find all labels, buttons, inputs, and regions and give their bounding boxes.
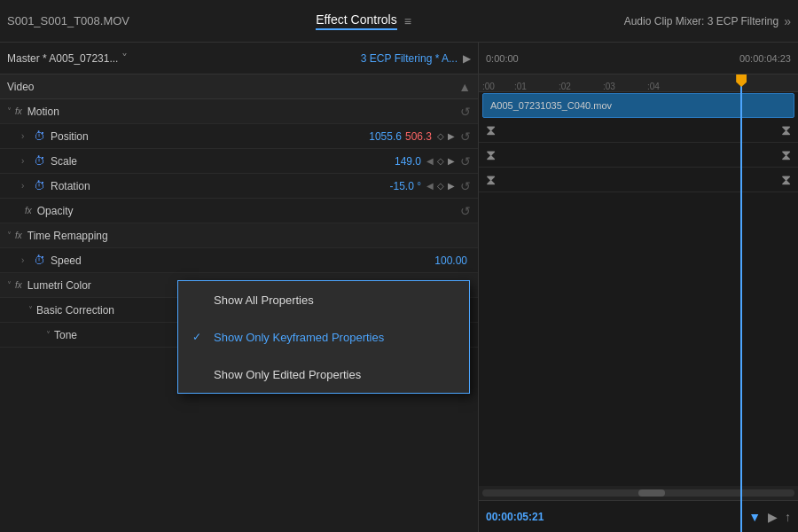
time-remapping-group-header: ˅ fx Time Remapping <box>0 223 478 248</box>
scroll-thumb[interactable] <box>638 489 665 497</box>
position-value2[interactable]: 506.3 <box>405 130 432 143</box>
scroll-track <box>482 489 794 497</box>
double-arrow-icon[interactable]: » <box>784 14 791 28</box>
master-clip-selector[interactable]: Master * A005_07231... ˅ <box>7 51 357 66</box>
scale-clock-icon[interactable]: ⏱ <box>34 154 45 168</box>
basic-correction-label: Basic Correction <box>36 304 114 317</box>
export-button[interactable]: ↑ <box>785 510 791 524</box>
position-nav-right-icon[interactable]: ▶ <box>448 131 455 141</box>
lumetri-expand[interactable]: ˅ <box>7 280 12 290</box>
position-row: › ⏱ Position 1055.6 506.3 ◇ ▶ ↺ <box>0 124 478 149</box>
rotation-nav-right-icon[interactable]: ▶ <box>448 181 455 191</box>
scale-nav-right-icon[interactable]: ▶ <box>448 156 455 166</box>
main-content: Master * A005_07231... ˅ 3 ECP Filtering… <box>0 43 798 532</box>
position-kf-left: ⧗ <box>486 122 496 138</box>
ruler-mark-1: :01 <box>514 82 527 91</box>
time-remap-label: Time Remapping <box>27 230 108 242</box>
right-panel: 0:00:00 00:00:04:23 :00 :01 :02 :03 :04 … <box>479 43 798 532</box>
bottom-tools: ▼ ▶ ↑ <box>748 510 791 524</box>
dropdown-arrow-icon[interactable]: ˅ <box>121 51 128 66</box>
effect-controls-tab[interactable]: Effect Controls <box>316 12 397 30</box>
ruler-mark-2: :02 <box>559 82 571 91</box>
scale-nav-left-icon[interactable]: ◀ <box>426 156 434 166</box>
timeline-ruler: :00 :01 :02 :03 :04 <box>479 74 798 92</box>
speed-clock-icon[interactable]: ⏱ <box>34 254 45 267</box>
scale-kf-left: ⧗ <box>486 147 496 163</box>
tab-menu-icon[interactable]: ≡ <box>404 14 411 28</box>
rotation-reset-icon[interactable]: ↺ <box>460 179 471 193</box>
scale-expand-icon[interactable]: › <box>21 156 30 166</box>
check-icon-1: ✓ <box>192 331 207 343</box>
motion-label: Motion <box>27 106 59 118</box>
scroll-area[interactable] <box>479 486 798 500</box>
rotation-kf-left: ⧗ <box>486 172 496 188</box>
lumetri-fx-badge: fx <box>15 280 22 290</box>
check-icon-0 <box>192 293 207 306</box>
video-section-title: Video <box>7 81 34 93</box>
rotation-value[interactable]: -15.0 ° <box>390 180 421 192</box>
speed-expand-icon[interactable]: › <box>21 255 30 265</box>
keyframe-rows: ⧗ ⧗ ⧗ ⧗ ⧗ ⧗ <box>479 118 798 192</box>
rotation-row: › ⏱ Rotation -15.0 ° ◀ ◇ ▶ ↺ <box>0 174 478 199</box>
rotation-expand-icon[interactable]: › <box>21 181 30 191</box>
motion-group-header: ˅ fx Motion ↺ <box>0 99 478 124</box>
opacity-label: Opacity <box>37 205 460 217</box>
time-remap-fx-badge: fx <box>15 231 22 240</box>
position-kf-right: ⧗ <box>781 122 791 138</box>
scale-value[interactable]: 149.0 <box>395 155 421 168</box>
opacity-row: fx Opacity ↺ <box>0 199 478 223</box>
position-value1[interactable]: 1055.6 <box>369 130 402 143</box>
context-menu-item-0[interactable]: Show All Properties <box>178 281 469 318</box>
context-menu-item-2[interactable]: Show Only Edited Properties <box>178 356 469 393</box>
motion-fx-badge: fx <box>15 106 22 116</box>
rotation-clock-icon[interactable]: ⏱ <box>34 179 45 192</box>
clip-selector-row: Master * A005_07231... ˅ 3 ECP Filtering… <box>0 43 478 74</box>
position-expand-icon[interactable]: › <box>21 131 30 141</box>
position-keyframe-row: ⧗ ⧗ <box>479 118 798 143</box>
audio-mixer-label[interactable]: Audio Clip Mixer: 3 ECP Filtering <box>624 15 779 27</box>
position-diamond-icon: ◇ <box>437 131 444 141</box>
ruler-mark-0: :00 <box>482 82 495 91</box>
motion-expand[interactable]: ˅ <box>7 106 12 116</box>
context-menu: Show All Properties ✓ Show Only Keyframe… <box>177 280 470 394</box>
speed-row: › ⏱ Speed 100.00 <box>0 248 478 273</box>
time-remap-expand[interactable]: ˅ <box>7 231 12 240</box>
check-icon-2 <box>192 368 207 380</box>
position-reset-icon[interactable]: ↺ <box>460 129 471 144</box>
master-label: Master * A005_07231... <box>7 52 118 65</box>
scale-diamond-icon: ◇ <box>437 156 444 166</box>
ruler-mark-4: :04 <box>647 82 660 91</box>
context-menu-label-1: Show Only Keyframed Properties <box>214 331 384 344</box>
rotation-label: Rotation <box>51 180 390 192</box>
play-icon[interactable]: ▶ <box>463 52 471 65</box>
scale-reset-icon[interactable]: ↺ <box>460 154 471 168</box>
clip-label[interactable]: 3 ECP Filtering * A... <box>361 52 458 65</box>
opacity-reset-icon[interactable]: ↺ <box>460 204 471 218</box>
playhead[interactable] <box>740 74 742 532</box>
motion-reset-icon[interactable]: ↺ <box>460 105 471 119</box>
collapse-icon[interactable]: ▲ <box>458 80 471 94</box>
context-menu-label-0: Show All Properties <box>214 293 314 307</box>
timeline-header: 0:00:00 00:00:04:23 <box>479 43 798 74</box>
context-menu-item-1[interactable]: ✓ Show Only Keyframed Properties <box>178 318 469 356</box>
file-tab[interactable]: S001_S001_T008.MOV <box>7 14 184 27</box>
filter-button[interactable]: ▼ <box>748 510 761 524</box>
lumetri-label: Lumetri Color <box>27 279 91 292</box>
tone-expand-icon[interactable]: ˅ <box>46 330 51 340</box>
ruler-mark-3: :03 <box>603 82 615 91</box>
context-menu-label-2: Show Only Edited Properties <box>214 368 361 381</box>
bottom-bar: 00:00:05:21 ▼ ▶ ↑ <box>479 500 798 532</box>
timeline-clip[interactable]: A005_07231035_C040.mov <box>482 93 794 118</box>
clip-name: A005_07231035_C040.mov <box>490 100 612 111</box>
play-button[interactable]: ▶ <box>768 510 778 524</box>
scale-keyframe-row: ⧗ ⧗ <box>479 143 798 168</box>
position-clock-icon[interactable]: ⏱ <box>34 129 45 143</box>
speed-value[interactable]: 100.00 <box>434 254 467 267</box>
rotation-nav-left-icon[interactable]: ◀ <box>426 181 434 191</box>
scale-label: Scale <box>51 155 395 168</box>
rotation-kf-right: ⧗ <box>781 172 791 188</box>
clip-selector-right: 3 ECP Filtering * A... ▶ <box>361 52 471 65</box>
rotation-diamond-icon: ◇ <box>437 181 444 191</box>
rotation-keyframe-row: ⧗ ⧗ <box>479 168 798 192</box>
basic-correction-expand-icon[interactable]: ˅ <box>28 305 33 315</box>
